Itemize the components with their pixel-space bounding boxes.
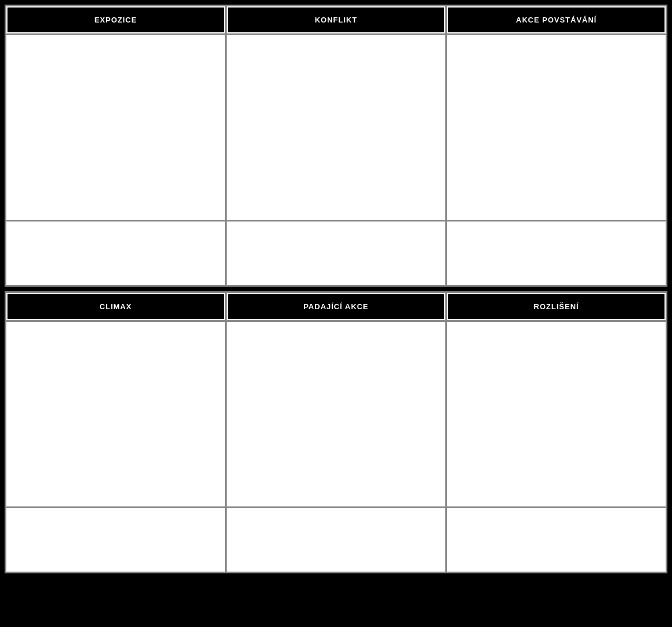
main-container: EXPOZICE KONFLIKT AKCE POVSTÁVÁNÍ CLIMAX… xyxy=(0,0,672,578)
bottom-cell-akce-povstavani[interactable] xyxy=(447,221,666,285)
bottom-cell-climax[interactable] xyxy=(6,508,225,572)
content-cell-akce-povstavani[interactable] xyxy=(447,35,666,220)
bottom-grid-section: CLIMAX PADAJÍCÍ AKCE ROZLIŠENÍ xyxy=(5,291,667,573)
header-climax: CLIMAX xyxy=(6,293,225,320)
top-grid-section: EXPOZICE KONFLIKT AKCE POVSTÁVÁNÍ xyxy=(5,5,667,287)
content-cell-konflikt[interactable] xyxy=(227,35,445,220)
content-cell-climax[interactable] xyxy=(6,322,225,506)
content-cell-padajici-akce[interactable] xyxy=(227,322,445,506)
bottom-cell-rozliseni[interactable] xyxy=(447,508,666,572)
content-cell-rozliseni[interactable] xyxy=(447,322,666,506)
header-akce-povstavani: AKCE POVSTÁVÁNÍ xyxy=(447,6,666,33)
header-padajici-akce: PADAJÍCÍ AKCE xyxy=(227,293,445,320)
bottom-cell-padajici-akce[interactable] xyxy=(227,508,445,572)
header-expozice: EXPOZICE xyxy=(6,6,225,33)
content-cell-expozice[interactable] xyxy=(6,35,225,220)
bottom-cell-expozice[interactable] xyxy=(6,221,225,285)
header-konflikt: KONFLIKT xyxy=(227,6,445,33)
bottom-cell-konflikt[interactable] xyxy=(227,221,445,285)
header-rozliseni: ROZLIŠENÍ xyxy=(447,293,666,320)
